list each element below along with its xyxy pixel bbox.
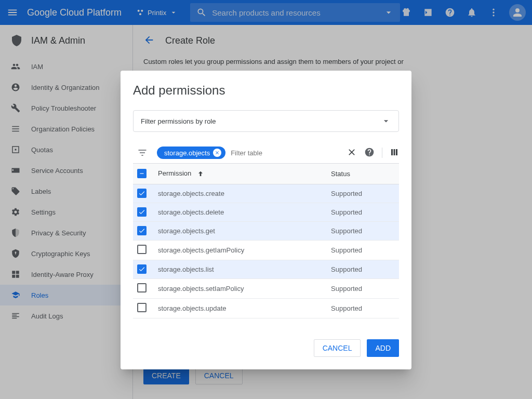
sort-asc-icon	[196, 170, 205, 178]
table-row: storage.objects.updateSupported	[133, 299, 399, 318]
permission-status: Supported	[327, 203, 399, 222]
filter-by-role-select[interactable]: Filter permissions by role	[133, 110, 399, 132]
table-row: storage.objects.deleteSupported	[133, 203, 399, 222]
divider	[382, 148, 382, 158]
permission-status: Supported	[327, 279, 399, 299]
filter-icon[interactable]	[136, 147, 149, 159]
permission-status: Supported	[327, 260, 399, 279]
filter-table-input[interactable]	[231, 149, 341, 157]
table-row: storage.objects.createSupported	[133, 184, 399, 203]
table-row: storage.objects.getIamPolicySupported	[133, 241, 399, 260]
table-filter-bar: storage.objects	[133, 142, 399, 164]
permission-name: storage.objects.list	[154, 260, 327, 279]
select-all-checkbox[interactable]	[137, 169, 147, 178]
permission-name: storage.objects.delete	[154, 203, 327, 222]
permission-status: Supported	[327, 184, 399, 203]
column-permission[interactable]: Permission	[158, 169, 191, 177]
table-row: storage.objects.listSupported	[133, 260, 399, 279]
permission-name: storage.objects.getIamPolicy	[154, 241, 327, 260]
column-status[interactable]: Status	[331, 170, 350, 178]
add-permissions-dialog: Add permissions Filter permissions by ro…	[121, 71, 411, 369]
permission-name: storage.objects.create	[154, 184, 327, 203]
permission-status: Supported	[327, 299, 399, 318]
modal-overlay: Add permissions Filter permissions by ro…	[0, 0, 532, 399]
row-checkbox[interactable]	[137, 189, 147, 198]
clear-filter-icon[interactable]	[347, 147, 357, 159]
filter-help-icon[interactable]	[364, 147, 375, 159]
dropdown-icon	[381, 116, 391, 126]
permission-name: storage.objects.update	[154, 299, 327, 318]
dialog-cancel-button[interactable]: CANCEL	[314, 339, 361, 357]
filter-chip-close[interactable]	[213, 149, 221, 157]
row-checkbox[interactable]	[137, 283, 147, 292]
table-row: storage.objects.getSupported	[133, 222, 399, 241]
filter-chip: storage.objects	[157, 147, 225, 159]
permission-name: storage.objects.get	[154, 222, 327, 241]
permission-status: Supported	[327, 222, 399, 241]
row-checkbox[interactable]	[137, 303, 147, 312]
filter-by-role-placeholder: Filter permissions by role	[141, 117, 216, 125]
dialog-title: Add permissions	[133, 83, 399, 98]
row-checkbox[interactable]	[137, 207, 147, 217]
filter-chip-label: storage.objects	[164, 149, 210, 157]
row-checkbox[interactable]	[137, 264, 147, 274]
columns-icon[interactable]	[390, 148, 399, 158]
row-checkbox[interactable]	[137, 245, 147, 254]
permission-status: Supported	[327, 241, 399, 260]
dialog-add-button[interactable]: ADD	[367, 339, 399, 357]
row-checkbox[interactable]	[137, 226, 147, 235]
permission-name: storage.objects.setIamPolicy	[154, 279, 327, 299]
permissions-table: Permission Status storage.objects.create…	[133, 164, 399, 318]
table-row: storage.objects.setIamPolicySupported	[133, 279, 399, 299]
